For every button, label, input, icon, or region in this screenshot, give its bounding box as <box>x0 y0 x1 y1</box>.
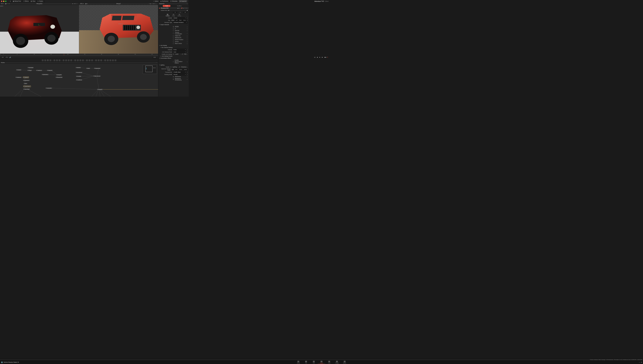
oc-check-3[interactable] <box>173 32 174 34</box>
media-pool-button[interactable]: ▦Media Pool <box>12 0 22 2</box>
nodes-graph[interactable]: MediaIn5Rectangle1Merge1Transform1Shape3… <box>0 64 158 96</box>
tool-3d3[interactable] <box>91 60 93 61</box>
node-BrightnessC[interactable]: BrightnessC.. <box>23 80 30 81</box>
viewer-icons[interactable]: ● ○ ▾ □ ⋯ <box>72 3 78 4</box>
clips-button[interactable]: ▤Clips <box>30 0 36 2</box>
tool-p2[interactable] <box>107 60 109 61</box>
metadata-button[interactable]: ☰Metadata <box>169 0 179 2</box>
tool-p3[interactable] <box>109 60 111 61</box>
in-value[interactable]: 0 <box>173 12 177 13</box>
oc-check-6[interactable] <box>173 39 174 40</box>
tool-matte1[interactable] <box>74 60 76 61</box>
node-Merge3D2[interactable]: Merge3D2 <box>56 74 62 76</box>
viewer-icons-r[interactable]: □ ● ○ □ ▾ □ ⋯ <box>148 3 157 4</box>
move-tool-icon[interactable]: ✥ <box>1 6 2 7</box>
tab-modifiers[interactable]: Modifiers <box>174 5 184 7</box>
renderer-type-dropdown[interactable]: Hardware Renderer <box>173 22 188 24</box>
tool-paint[interactable] <box>50 60 51 61</box>
tool-fn[interactable] <box>44 60 46 61</box>
keyframe-icon[interactable]: ◆ <box>187 28 188 29</box>
out-point[interactable]: 47.0 <box>5 56 9 58</box>
tool-matte2[interactable] <box>77 60 79 61</box>
aa-channel-dropdown[interactable]: RGBA <box>173 49 186 50</box>
tool-m3[interactable] <box>100 60 102 61</box>
hiq-check[interactable] <box>182 54 183 55</box>
tool-3d2[interactable] <box>89 60 90 61</box>
keyframe-icon[interactable]: ◆ <box>187 26 188 27</box>
nodes-options[interactable]: ⋯ <box>156 62 157 63</box>
accum-check[interactable] <box>173 61 174 62</box>
oc-check-8[interactable] <box>173 43 174 44</box>
oc-check-2[interactable] <box>173 30 174 31</box>
oc-check-7[interactable] <box>173 41 174 42</box>
tool-text[interactable]: T <box>47 60 49 61</box>
node-Renderer3D4[interactable]: Renderer3D4 <box>56 77 63 78</box>
transparency-dropdown[interactable]: Z Buffer (fast) <box>173 71 186 73</box>
node-Transform1[interactable]: Transform1 <box>36 70 42 71</box>
tab-settings[interactable]: Settings <box>178 14 181 16</box>
oc-check-0[interactable] <box>173 26 174 27</box>
aa-preset-dropdown[interactable]: Color <box>173 51 186 53</box>
timeline-ruler[interactable]: 0151015202530354045 <box>0 54 158 56</box>
window-controls[interactable] <box>1 1 7 2</box>
keyframe-icon[interactable]: ◆ <box>187 39 188 40</box>
node-ColorCorrect[interactable]: ColorCorrect.. <box>24 86 31 87</box>
node-RocksMossy[interactable]: RocksMossy <box>76 72 82 73</box>
tool-p4[interactable] <box>112 60 114 61</box>
fit-dropdown[interactable]: Fit ▾ <box>1 3 4 4</box>
current-frame[interactable]: 19.0 <box>153 56 157 58</box>
in-point[interactable]: 0.0 <box>1 56 4 58</box>
node-SphericalCa[interactable]: SphericalCa.. <box>42 74 49 75</box>
oc-check-1[interactable] <box>173 28 174 29</box>
insp-pin-icon[interactable]: ◻ <box>179 8 180 9</box>
node-Merge1[interactable]: Merge1 <box>27 70 32 71</box>
node-SphereMap1[interactable]: SphereMap1 <box>23 88 30 90</box>
lighting-check[interactable] <box>170 66 171 68</box>
rotate-tool-icon[interactable]: ⟲ <box>2 6 3 7</box>
insp-reset-icon[interactable]: ☐ <box>184 8 186 9</box>
workspace-menu[interactable]: ▾ <box>9 0 12 2</box>
node-Aset_rock_as[interactable]: Aset_rock_as.. <box>93 76 101 77</box>
viewer-right[interactable]: RUBICON <box>79 5 158 54</box>
maximize-icon[interactable] <box>5 1 7 2</box>
node-MediaIn1[interactable]: MediaIn1 <box>76 67 81 68</box>
node-ReplaceMat[interactable]: ReplaceMat.. <box>94 68 101 69</box>
tool-matte3[interactable] <box>80 60 81 61</box>
keyframe-icon[interactable]: ◆ <box>187 43 188 44</box>
wireframe-aa-check[interactable] <box>173 78 174 80</box>
tool-p5[interactable] <box>115 60 116 61</box>
inspector-options[interactable]: ⋯ <box>186 3 188 4</box>
insp-more-icon[interactable]: ↻ <box>186 8 188 9</box>
audio-icon[interactable]: 🔊 <box>10 57 11 58</box>
node-FastNoise1[interactable]: FastNoise1 <box>16 77 22 78</box>
view-options-btn[interactable]: ▾ <box>8 3 10 4</box>
output-channels-section[interactable]: Output Channels <box>158 24 189 26</box>
view-layout-btn-r[interactable]: ▦ ▾ <box>85 3 88 4</box>
tool-cc[interactable] <box>56 60 58 61</box>
node-Blur1[interactable]: Blur1 <box>24 83 27 84</box>
tool-p1[interactable] <box>104 60 106 61</box>
oc-check-4[interactable] <box>173 35 174 36</box>
node-Blinn1[interactable]: Blinn1 <box>86 68 90 69</box>
node-SmallRocks[interactable]: SmallRocks <box>76 79 82 80</box>
node-Shape3D1[interactable]: Shape3D1 <box>47 70 53 71</box>
tool-mask3[interactable] <box>68 60 70 61</box>
transform-gizmo-icon[interactable] <box>37 26 40 28</box>
keyframe-icon[interactable]: ◆ <box>187 30 188 31</box>
minimize-icon[interactable] <box>3 1 4 2</box>
tool-mask1[interactable] <box>63 60 64 61</box>
camera-dropdown[interactable]: Default <box>173 17 186 19</box>
tab-controls[interactable]: Controls <box>166 14 170 16</box>
texdepth-buttons[interactable]: int8int16float16float32 <box>171 69 188 70</box>
inspector-button[interactable]: ⊞Inspector <box>179 0 188 2</box>
global-slider[interactable] <box>168 10 188 10</box>
node-MediaIn5[interactable]: MediaIn5 <box>16 69 22 70</box>
keyframe-icon[interactable]: ◆ <box>187 18 188 18</box>
tool-m1[interactable] <box>95 60 97 61</box>
out-value[interactable]: 47 <box>183 12 188 13</box>
tool-matte4[interactable] <box>82 60 84 61</box>
oc-check-5[interactable] <box>173 37 174 38</box>
node-Rectangle1[interactable]: Rectangle1 <box>28 67 34 68</box>
shading-dropdown[interactable]: Smooth <box>173 74 186 76</box>
keyframes-button[interactable]: ◈Keyframes <box>159 0 169 2</box>
